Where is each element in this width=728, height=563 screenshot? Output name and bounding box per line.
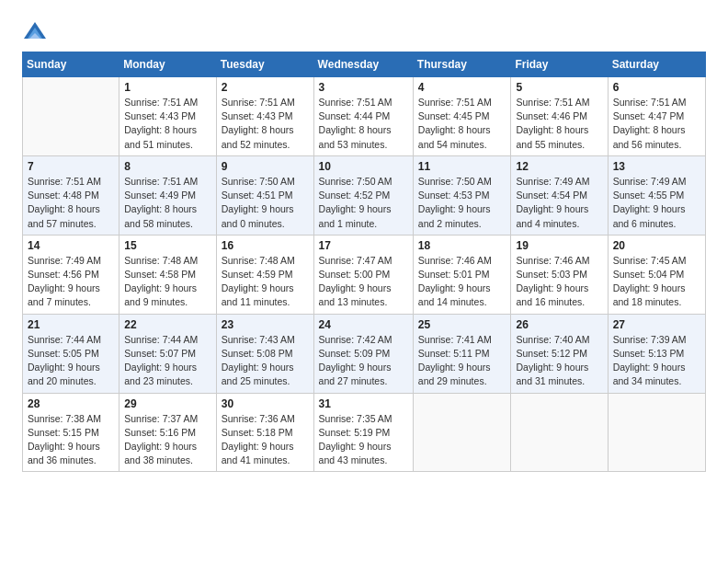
weekday-header-row: SundayMondayTuesdayWednesdayThursdayFrid… [23, 52, 706, 77]
day-number: 22 [124, 318, 211, 331]
calendar-table: SundayMondayTuesdayWednesdayThursdayFrid… [22, 52, 706, 472]
day-info: Sunrise: 7:51 AMSunset: 4:48 PMDaylight:… [28, 175, 114, 231]
day-info: Sunrise: 7:44 AMSunset: 5:05 PMDaylight:… [28, 333, 114, 389]
day-info: Sunrise: 7:35 AMSunset: 5:19 PMDaylight:… [319, 412, 408, 468]
day-number: 7 [28, 160, 114, 173]
day-cell: 11Sunrise: 7:50 AMSunset: 4:53 PMDayligh… [413, 155, 511, 235]
day-cell: 21Sunrise: 7:44 AMSunset: 5:05 PMDayligh… [23, 314, 119, 393]
day-info: Sunrise: 7:41 AMSunset: 5:11 PMDaylight:… [418, 333, 506, 389]
day-info: Sunrise: 7:50 AMSunset: 4:53 PMDaylight:… [418, 175, 506, 231]
day-cell: 30Sunrise: 7:36 AMSunset: 5:18 PMDayligh… [216, 393, 313, 472]
day-cell: 3Sunrise: 7:51 AMSunset: 4:44 PMDaylight… [313, 77, 413, 156]
day-cell: 8Sunrise: 7:51 AMSunset: 4:49 PMDaylight… [119, 155, 217, 235]
day-cell: 28Sunrise: 7:38 AMSunset: 5:15 PMDayligh… [23, 393, 119, 472]
day-cell: 15Sunrise: 7:48 AMSunset: 4:58 PMDayligh… [119, 235, 217, 314]
day-cell: 6Sunrise: 7:51 AMSunset: 4:47 PMDaylight… [608, 77, 705, 156]
day-cell: 23Sunrise: 7:43 AMSunset: 5:08 PMDayligh… [216, 314, 313, 393]
day-info: Sunrise: 7:50 AMSunset: 4:51 PMDaylight:… [222, 175, 309, 231]
day-cell: 12Sunrise: 7:49 AMSunset: 4:54 PMDayligh… [511, 155, 608, 235]
day-number: 12 [516, 160, 602, 173]
day-number: 23 [222, 318, 309, 331]
week-row-2: 7Sunrise: 7:51 AMSunset: 4:48 PMDaylight… [23, 155, 706, 235]
day-cell [23, 77, 119, 156]
day-info: Sunrise: 7:51 AMSunset: 4:47 PMDaylight:… [613, 96, 700, 152]
day-cell: 20Sunrise: 7:45 AMSunset: 5:04 PMDayligh… [608, 235, 705, 314]
weekday-header-wednesday: Wednesday [313, 52, 413, 77]
day-info: Sunrise: 7:51 AMSunset: 4:43 PMDaylight:… [222, 96, 309, 152]
day-number: 21 [28, 318, 114, 331]
logo-icon [22, 18, 48, 44]
day-info: Sunrise: 7:47 AMSunset: 5:00 PMDaylight:… [319, 254, 408, 310]
weekday-header-friday: Friday [511, 52, 608, 77]
day-number: 11 [418, 160, 506, 173]
day-info: Sunrise: 7:51 AMSunset: 4:49 PMDaylight:… [124, 175, 211, 231]
day-info: Sunrise: 7:51 AMSunset: 4:43 PMDaylight:… [124, 96, 211, 152]
day-number: 16 [222, 239, 309, 252]
day-cell: 5Sunrise: 7:51 AMSunset: 4:46 PMDaylight… [511, 77, 608, 156]
day-info: Sunrise: 7:36 AMSunset: 5:18 PMDaylight:… [222, 412, 309, 468]
weekday-header-saturday: Saturday [608, 52, 705, 77]
day-number: 27 [613, 318, 700, 331]
day-info: Sunrise: 7:44 AMSunset: 5:07 PMDaylight:… [124, 333, 211, 389]
day-number: 15 [124, 239, 211, 252]
day-cell: 29Sunrise: 7:37 AMSunset: 5:16 PMDayligh… [119, 393, 217, 472]
day-number: 10 [319, 160, 408, 173]
day-cell: 18Sunrise: 7:46 AMSunset: 5:01 PMDayligh… [413, 235, 511, 314]
day-info: Sunrise: 7:45 AMSunset: 5:04 PMDaylight:… [613, 254, 700, 310]
week-row-4: 21Sunrise: 7:44 AMSunset: 5:05 PMDayligh… [23, 314, 706, 393]
day-number: 31 [319, 397, 408, 410]
day-number: 2 [222, 81, 309, 94]
day-info: Sunrise: 7:49 AMSunset: 4:54 PMDaylight:… [516, 175, 602, 231]
day-cell: 19Sunrise: 7:46 AMSunset: 5:03 PMDayligh… [511, 235, 608, 314]
day-info: Sunrise: 7:40 AMSunset: 5:12 PMDaylight:… [516, 333, 602, 389]
day-number: 4 [418, 81, 506, 94]
weekday-header-tuesday: Tuesday [216, 52, 313, 77]
day-cell: 10Sunrise: 7:50 AMSunset: 4:52 PMDayligh… [313, 155, 413, 235]
day-info: Sunrise: 7:39 AMSunset: 5:13 PMDaylight:… [613, 333, 700, 389]
day-number: 28 [28, 397, 114, 410]
day-cell: 13Sunrise: 7:49 AMSunset: 4:55 PMDayligh… [608, 155, 705, 235]
page: SundayMondayTuesdayWednesdayThursdayFrid… [0, 0, 728, 487]
day-number: 1 [124, 81, 211, 94]
day-cell: 1Sunrise: 7:51 AMSunset: 4:43 PMDaylight… [119, 77, 217, 156]
day-cell: 16Sunrise: 7:48 AMSunset: 4:59 PMDayligh… [216, 235, 313, 314]
day-cell: 22Sunrise: 7:44 AMSunset: 5:07 PMDayligh… [119, 314, 217, 393]
day-number: 17 [319, 239, 408, 252]
day-cell: 14Sunrise: 7:49 AMSunset: 4:56 PMDayligh… [23, 235, 119, 314]
header-row [22, 18, 706, 44]
day-info: Sunrise: 7:38 AMSunset: 5:15 PMDaylight:… [28, 412, 114, 468]
day-number: 19 [516, 239, 602, 252]
day-number: 5 [516, 81, 602, 94]
day-number: 9 [222, 160, 309, 173]
day-cell: 24Sunrise: 7:42 AMSunset: 5:09 PMDayligh… [313, 314, 413, 393]
day-number: 18 [418, 239, 506, 252]
day-cell: 7Sunrise: 7:51 AMSunset: 4:48 PMDaylight… [23, 155, 119, 235]
day-cell [511, 393, 608, 472]
week-row-1: 1Sunrise: 7:51 AMSunset: 4:43 PMDaylight… [23, 77, 706, 156]
day-number: 24 [319, 318, 408, 331]
calendar-body: 1Sunrise: 7:51 AMSunset: 4:43 PMDaylight… [23, 77, 706, 472]
weekday-header-monday: Monday [119, 52, 217, 77]
day-info: Sunrise: 7:49 AMSunset: 4:55 PMDaylight:… [613, 175, 700, 231]
day-cell: 17Sunrise: 7:47 AMSunset: 5:00 PMDayligh… [313, 235, 413, 314]
day-info: Sunrise: 7:51 AMSunset: 4:46 PMDaylight:… [516, 96, 602, 152]
day-number: 3 [319, 81, 408, 94]
day-cell [608, 393, 705, 472]
logo [22, 18, 50, 44]
day-number: 8 [124, 160, 211, 173]
day-info: Sunrise: 7:49 AMSunset: 4:56 PMDaylight:… [28, 254, 114, 310]
day-info: Sunrise: 7:48 AMSunset: 4:58 PMDaylight:… [124, 254, 211, 310]
day-info: Sunrise: 7:42 AMSunset: 5:09 PMDaylight:… [319, 333, 408, 389]
weekday-header-sunday: Sunday [23, 52, 119, 77]
day-info: Sunrise: 7:51 AMSunset: 4:44 PMDaylight:… [319, 96, 408, 152]
day-info: Sunrise: 7:43 AMSunset: 5:08 PMDaylight:… [222, 333, 309, 389]
day-number: 13 [613, 160, 700, 173]
day-number: 29 [124, 397, 211, 410]
day-number: 20 [613, 239, 700, 252]
day-info: Sunrise: 7:51 AMSunset: 4:45 PMDaylight:… [418, 96, 506, 152]
day-cell: 26Sunrise: 7:40 AMSunset: 5:12 PMDayligh… [511, 314, 608, 393]
week-row-5: 28Sunrise: 7:38 AMSunset: 5:15 PMDayligh… [23, 393, 706, 472]
week-row-3: 14Sunrise: 7:49 AMSunset: 4:56 PMDayligh… [23, 235, 706, 314]
day-info: Sunrise: 7:37 AMSunset: 5:16 PMDaylight:… [124, 412, 211, 468]
day-number: 30 [222, 397, 309, 410]
